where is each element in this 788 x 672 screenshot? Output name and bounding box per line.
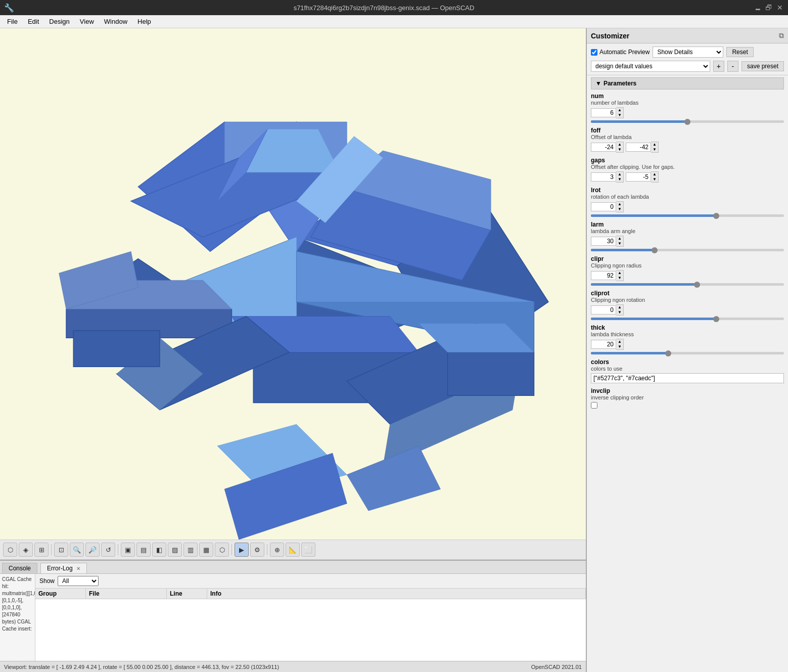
param-invclip-checkbox[interactable] <box>591 402 597 409</box>
param-foff-spin-down1[interactable]: ▼ <box>616 147 623 152</box>
toolbar-view-back-btn[interactable]: ▤ <box>136 543 151 557</box>
param-gaps-spin-up1[interactable]: ▲ <box>616 172 623 177</box>
toolbar-view-diagonal-btn[interactable]: ⬡ <box>215 543 229 557</box>
params-header[interactable]: ▼ Parameters <box>591 77 784 89</box>
toolbar-zoom-in-btn[interactable]: 🔍 <box>70 543 84 557</box>
param-num-spin-down[interactable]: ▼ <box>616 113 623 118</box>
param-gaps-input2[interactable] <box>626 172 651 182</box>
tab-console[interactable]: Console <box>2 563 37 573</box>
param-gaps-input1-wrap: ▲ ▼ <box>591 171 624 183</box>
param-foff-spin-up1[interactable]: ▲ <box>616 142 623 147</box>
param-lrot-spinbtns: ▲ ▼ <box>616 201 624 212</box>
param-lrot-input[interactable] <box>591 202 616 211</box>
auto-preview-checkbox[interactable] <box>591 49 597 56</box>
toolbar-view-front-btn[interactable]: ▣ <box>121 543 135 557</box>
minimize-button[interactable]: 🗕 <box>754 4 762 12</box>
preset-select[interactable]: design default values <box>591 61 710 72</box>
toolbar-screenshot-btn[interactable]: ⬜ <box>301 543 315 557</box>
param-clipr-slider-track[interactable] <box>591 283 784 286</box>
param-clipr-spin-up[interactable]: ▲ <box>616 271 623 276</box>
param-larm-input[interactable] <box>591 237 616 246</box>
param-larm-spin-up[interactable]: ▲ <box>616 236 623 241</box>
customizer-expand-icon[interactable]: ⧉ <box>779 31 784 40</box>
param-cliprot-spin-down[interactable]: ▼ <box>616 310 623 315</box>
save-preset-button[interactable]: save preset <box>741 61 784 71</box>
svg-marker-29 <box>73 331 160 367</box>
param-foff-input-row: ▲ ▼ ▲ ▼ <box>591 142 784 153</box>
param-foff-spin-down2[interactable]: ▼ <box>651 147 658 152</box>
error-log-tab-close[interactable]: ✕ <box>76 566 80 571</box>
param-num-input[interactable] <box>591 108 616 117</box>
param-thick-spin-down[interactable]: ▼ <box>616 344 623 349</box>
console-text: CGAL Cache hit: multmatrix([[1,0,0,3],[0… <box>2 576 33 633</box>
param-cliprot-input[interactable] <box>591 305 616 315</box>
param-lrot-spin-up[interactable]: ▲ <box>616 202 623 207</box>
toolbar-zoom-out-btn[interactable]: 🔎 <box>85 543 100 557</box>
param-larm-input-wrap: ▲ ▼ <box>591 236 624 247</box>
toolbar-ruler-btn[interactable]: 📐 <box>286 543 300 557</box>
param-larm-input-row: ▲ ▼ <box>591 236 784 247</box>
param-num-spin-up[interactable]: ▲ <box>616 108 623 113</box>
reset-button[interactable]: Reset <box>726 47 753 57</box>
viewport[interactable] <box>0 28 586 540</box>
maximize-button[interactable]: 🗗 <box>765 4 773 12</box>
param-larm-slider-track[interactable] <box>591 249 784 251</box>
auto-preview-check[interactable]: Automatic Preview <box>591 49 650 56</box>
param-lrot-spin-down[interactable]: ▼ <box>616 207 623 212</box>
param-lrot-slider-thumb[interactable] <box>713 213 719 219</box>
preset-remove-button[interactable]: - <box>727 61 738 72</box>
param-gaps-spin-down1[interactable]: ▼ <box>616 177 623 182</box>
show-details-select[interactable]: Show Details <box>653 47 723 58</box>
menu-view[interactable]: View <box>75 17 99 26</box>
toolbar-view-right-btn[interactable]: ▨ <box>168 543 182 557</box>
param-num-slider-thumb[interactable] <box>684 119 690 125</box>
window-controls[interactable]: 🗕 🗗 ✕ <box>754 4 784 12</box>
main-area: ⬡ ◈ ⊞ ⊡ 🔍 🔎 ↺ ▣ ▤ ◧ ▨ ▥ ▦ ⬡ ▶ ⚙ ⊕ 📐 ⬜ <box>0 28 788 672</box>
param-cliprot-spin-up[interactable]: ▲ <box>616 305 623 310</box>
param-clipr-input[interactable] <box>591 271 616 280</box>
param-gaps-desc: Offset after clipping. Use for gaps. <box>591 164 784 170</box>
param-larm-spin-down[interactable]: ▼ <box>616 241 623 246</box>
toolbar-view-top-btn[interactable]: ▥ <box>183 543 198 557</box>
menu-edit[interactable]: Edit <box>23 17 44 26</box>
param-thick-slider-thumb[interactable] <box>665 350 671 356</box>
param-num-slider-track[interactable] <box>591 120 784 123</box>
param-foff-spin-up2[interactable]: ▲ <box>651 142 658 147</box>
param-gaps-input1[interactable] <box>591 172 616 182</box>
toolbar-zoom-all-btn[interactable]: ⊡ <box>54 543 68 557</box>
param-cliprot-slider-track[interactable] <box>591 318 784 320</box>
menu-file[interactable]: File <box>2 17 23 26</box>
param-gaps-spin-up2[interactable]: ▲ <box>651 172 658 177</box>
error-log-filter-select[interactable]: All Errors Warnings <box>58 576 99 586</box>
toolbar-view-left-btn[interactable]: ◧ <box>152 543 166 557</box>
param-thick-slider-track[interactable] <box>591 352 784 354</box>
toolbar-axes-btn[interactable]: ⊕ <box>270 543 284 557</box>
toolbar-view-bottom-btn[interactable]: ▦ <box>199 543 213 557</box>
toolbar-perspective-btn[interactable]: ⬡ <box>3 543 17 557</box>
param-larm-slider-thumb[interactable] <box>652 247 658 253</box>
left-panel: ⬡ ◈ ⊞ ⊡ 🔍 🔎 ↺ ▣ ▤ ◧ ▨ ▥ ▦ ⬡ ▶ ⚙ ⊕ 📐 ⬜ <box>0 28 586 672</box>
menu-help[interactable]: Help <box>132 17 156 26</box>
param-thick-input[interactable] <box>591 340 616 349</box>
close-button[interactable]: ✕ <box>776 4 784 12</box>
param-clipr-slider-thumb[interactable] <box>694 282 700 288</box>
param-foff-input1[interactable] <box>591 143 616 152</box>
param-foff-input2[interactable] <box>626 143 651 152</box>
toolbar-surfaces-btn[interactable]: ◈ <box>19 543 33 557</box>
param-gaps-spinbtns1: ▲ ▼ <box>616 171 624 183</box>
param-thick-spin-up[interactable]: ▲ <box>616 339 623 344</box>
param-gaps-spin-down2[interactable]: ▼ <box>651 177 658 182</box>
param-lrot-slider-track[interactable] <box>591 214 784 217</box>
preset-add-button[interactable]: + <box>713 61 724 72</box>
param-colors-input[interactable] <box>591 373 784 383</box>
toolbar-render-preview-btn[interactable]: ▶ <box>235 543 249 557</box>
toolbar-render-full-btn[interactable]: ⚙ <box>250 543 264 557</box>
toolbar-reset-view-btn[interactable]: ↺ <box>101 543 115 557</box>
toolbar-wireframe-btn[interactable]: ⊞ <box>34 543 49 557</box>
tab-error-log[interactable]: Error-Log ✕ <box>40 563 87 573</box>
menu-design[interactable]: Design <box>44 17 74 26</box>
param-cliprot-slider-thumb[interactable] <box>713 316 719 322</box>
menu-window[interactable]: Window <box>99 17 132 26</box>
param-clipr-spin-down[interactable]: ▼ <box>616 276 623 281</box>
param-cliprot-name: cliprot <box>591 290 784 297</box>
